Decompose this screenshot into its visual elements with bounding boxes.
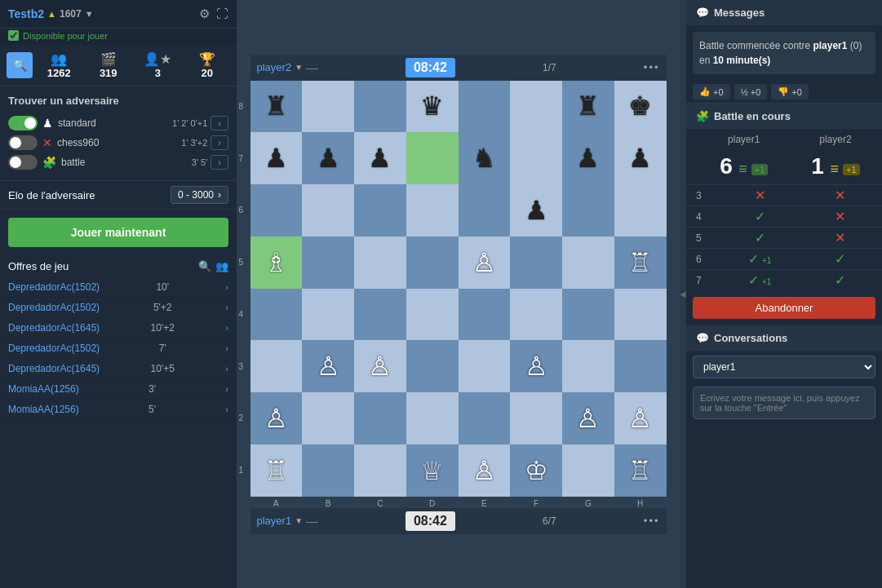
username[interactable]: Testb2 ▲ 1607 ▼ — [8, 7, 94, 20]
cell-e1[interactable]: ♙ — [459, 444, 511, 497]
offer-item[interactable]: DepredadorAc(1502) 7' › — [0, 338, 237, 359]
cell-b8[interactable] — [302, 81, 354, 133]
cell-c1[interactable] — [354, 444, 406, 497]
abandon-button[interactable]: Abandonner — [693, 297, 875, 319]
cell-g8[interactable]: ♜ — [562, 81, 614, 133]
chess960-configure-button[interactable]: › — [211, 135, 228, 150]
offer-item[interactable]: DepredadorAc(1645) 10'+5 › — [0, 359, 237, 379]
cell-f6[interactable]: ♟ — [510, 184, 562, 237]
play-button[interactable]: Jouer maintenant — [8, 218, 228, 247]
cell-c5[interactable] — [354, 237, 406, 289]
settings-icon[interactable]: ⚙ — [199, 7, 210, 21]
cell-c2[interactable] — [354, 392, 406, 444]
cell-f2[interactable] — [510, 392, 562, 444]
chess960-toggle[interactable] — [8, 135, 38, 150]
offers-search-icon[interactable]: 🔍 — [198, 260, 211, 272]
cell-a1[interactable]: ♖ — [250, 444, 303, 497]
cell-f3[interactable]: ♙ — [510, 340, 562, 392]
cell-c4[interactable] — [354, 289, 406, 341]
cell-g1[interactable] — [562, 444, 614, 497]
cell-d4[interactable] — [406, 289, 459, 341]
battle-configure-button[interactable]: › — [211, 155, 228, 170]
thumbs-down-button[interactable]: 👎 +0 — [771, 84, 809, 99]
cell-g7[interactable]: ♟ — [562, 132, 614, 184]
cell-g6[interactable] — [562, 184, 614, 237]
offer-item[interactable]: DepredadorAc(1645) 10'+2 › — [0, 318, 237, 338]
cell-h3[interactable] — [614, 340, 667, 392]
standard-toggle[interactable] — [8, 116, 38, 130]
cell-e5[interactable]: ♙ — [459, 237, 511, 289]
offer-item[interactable]: MomiaAA(1256) 5' › — [0, 400, 237, 420]
cell-h5[interactable]: ♖ — [614, 237, 667, 289]
offer-item[interactable]: MomiaAA(1256) 3' › — [0, 379, 237, 400]
cell-d2[interactable] — [406, 392, 459, 444]
standard-configure-button[interactable]: › — [211, 116, 228, 130]
offers-users-icon[interactable]: 👥 — [215, 260, 228, 272]
cell-e2[interactable] — [459, 392, 511, 444]
top-more-button[interactable]: ••• — [644, 61, 660, 73]
cell-a2[interactable]: ♙ — [250, 392, 303, 444]
stat-rapid[interactable]: 🎬 319 — [86, 50, 132, 81]
half-button[interactable]: ½ +0 — [734, 84, 768, 99]
cell-b7[interactable]: ♟ — [302, 132, 354, 184]
cell-f5[interactable] — [510, 237, 562, 289]
offer-item[interactable]: DepredadorAc(1502) 10' › — [0, 277, 237, 298]
cell-e6[interactable] — [459, 184, 511, 237]
cell-d7[interactable] — [406, 132, 459, 184]
cell-h8[interactable]: ♚ — [614, 81, 667, 133]
cell-a5[interactable]: ♗ — [250, 237, 303, 289]
available-checkbox[interactable] — [8, 30, 19, 41]
cell-a8[interactable]: ♜ — [250, 81, 303, 133]
cell-d6[interactable] — [406, 184, 459, 237]
cell-c3[interactable]: ♙ — [354, 340, 406, 392]
cell-a6[interactable] — [250, 184, 303, 237]
cell-d1[interactable]: ♕ — [406, 444, 459, 497]
cell-g3[interactable] — [562, 340, 614, 392]
collapse-handle[interactable]: ◀ — [680, 0, 686, 588]
cell-f4[interactable] — [510, 289, 562, 341]
cell-c7[interactable]: ♟ — [354, 132, 406, 184]
battle-toggle[interactable] — [8, 155, 38, 170]
cell-d3[interactable] — [406, 340, 459, 392]
expand-icon[interactable]: ⛶ — [216, 7, 228, 21]
cell-a3[interactable] — [250, 340, 303, 392]
thumbs-up-button[interactable]: 👍 +0 — [693, 84, 730, 99]
cell-b4[interactable] — [302, 289, 354, 341]
cell-d5[interactable] — [406, 237, 459, 289]
cell-b6[interactable] — [302, 184, 354, 237]
cell-a7[interactable]: ♟ — [250, 132, 303, 184]
cell-f1[interactable]: ♔ — [510, 444, 562, 497]
cell-f8[interactable] — [510, 81, 562, 133]
cell-a4[interactable] — [250, 289, 303, 341]
cell-c8[interactable] — [354, 81, 406, 133]
cell-h2[interactable]: ♙ — [614, 392, 667, 444]
cell-h4[interactable] — [614, 289, 667, 341]
stat-blitz[interactable]: 👥 1262 — [36, 50, 82, 81]
stat-tournament[interactable]: 🏆 20 — [184, 50, 231, 81]
search-button[interactable]: 🔍 — [7, 52, 33, 78]
cell-c6[interactable] — [354, 184, 406, 237]
elo-selector[interactable]: 0 - 3000 › — [171, 186, 228, 204]
cell-b1[interactable] — [302, 444, 354, 497]
cell-b5[interactable] — [302, 237, 354, 289]
cell-b2[interactable] — [302, 392, 354, 444]
stat-correspondence[interactable]: 👤★ 3 — [135, 50, 181, 81]
cell-b3[interactable]: ♙ — [302, 340, 354, 392]
cell-g5[interactable] — [562, 237, 614, 289]
cell-h1[interactable]: ♖ — [614, 444, 667, 497]
piece-wp2: ♙ — [317, 353, 340, 379]
cell-h7[interactable]: ♟ — [614, 132, 667, 184]
cell-f7[interactable] — [510, 132, 562, 184]
cell-h6[interactable] — [614, 184, 667, 237]
cell-g4[interactable] — [562, 289, 614, 341]
cell-e3[interactable] — [459, 340, 511, 392]
cell-e8[interactable] — [459, 81, 511, 133]
conversations-player-select[interactable]: player1 — [693, 356, 875, 378]
cell-g2[interactable]: ♙ — [562, 392, 614, 444]
battle-header: 🧩 Battle en cours — [686, 104, 882, 129]
bottom-more-button[interactable]: ••• — [644, 515, 660, 527]
cell-e4[interactable] — [459, 289, 511, 341]
cell-e7[interactable]: ♞ — [459, 132, 511, 184]
cell-d8[interactable]: ♛ — [406, 81, 459, 133]
offer-item[interactable]: DepredadorAc(1502) 5'+2 › — [0, 298, 237, 318]
